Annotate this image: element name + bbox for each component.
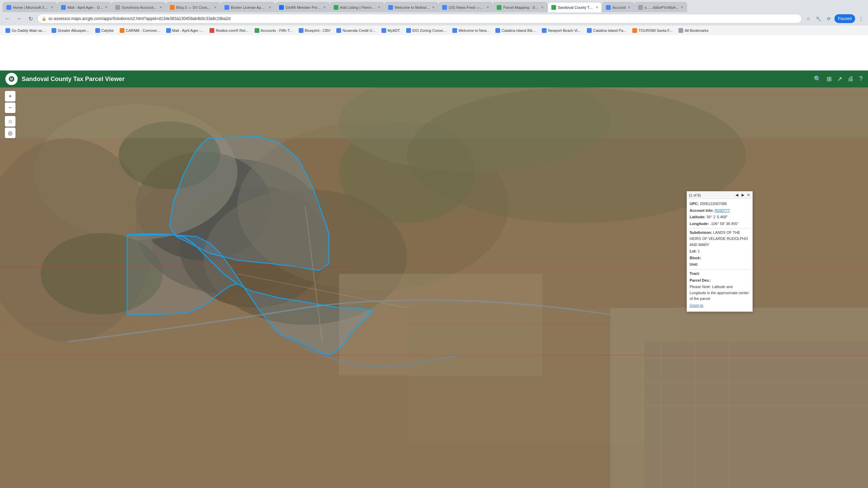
menu-icon[interactable]: ⋮ [856, 14, 865, 23]
popup-prev-button[interactable]: ◀ [734, 192, 739, 198]
popup-subdivision-row: Subdivision: LANDS OF THE HEIRS OF VELAR… [690, 230, 750, 248]
browser-tab-t6[interactable]: GAAR Member Port...× [275, 2, 330, 12]
popup-tract-row: Tract: [690, 271, 750, 277]
bookmark-item[interactable]: MyADT [379, 27, 403, 34]
map-controls: + − ⌂ ◎ [5, 91, 16, 138]
popup-tract-label: Tract: [690, 271, 700, 276]
popup-lot-value: 1 [698, 249, 700, 253]
browser-chrome: Home | Microsoft 365 ...×Mail - April Ag… [0, 0, 868, 35]
app-logo: M [5, 73, 18, 85]
popup-zoom-link[interactable]: Zoom to [690, 303, 703, 307]
popup-account-link[interactable]: R030777 [715, 208, 730, 212]
tab-bar: Home | Microsoft 365 ...×Mail - April Ag… [0, 0, 868, 12]
bookmark-item[interactable]: Newport Beach Vi... [539, 27, 584, 34]
browser-tab-t3[interactable]: Synchrony Account ...× [112, 2, 166, 12]
browser-tab-t5[interactable]: Broker License Appl...× [221, 2, 275, 12]
popup-counter: (1 of 6) [689, 193, 701, 197]
popup-lon-label: Longitude: [690, 222, 709, 226]
forward-button[interactable]: → [14, 14, 24, 23]
popup-zoom-row: Zoom to [690, 303, 750, 309]
bookmark-item[interactable]: Greater Albuquer... [49, 27, 92, 34]
popup-header: (1 of 6) ◀ ▶ ✕ [687, 191, 752, 199]
browser-tab-t9[interactable]: (20) News Feed — M...× [438, 2, 493, 12]
popup-close-button[interactable]: ✕ [747, 192, 750, 198]
browser-tab-t1[interactable]: Home | Microsoft 365 ...× [3, 2, 57, 12]
info-tool-btn[interactable]: ? [859, 75, 863, 83]
popup-lon-row: Longitude: -106° 58' 38.455" [690, 221, 750, 227]
back-button[interactable]: ← [3, 14, 12, 23]
popup-unit-label: Unit: [690, 262, 698, 266]
browser-tab-t8[interactable]: Welcome to Molina'...× [384, 2, 438, 12]
popup-lat-value: 36° 1' 0.468" [707, 215, 728, 219]
popup-divider-2 [690, 269, 750, 269]
popup-upc-value: 2006122067088 [700, 202, 727, 206]
popup-note-text: Please Note: Latitude and Longitude is t… [690, 285, 749, 301]
lock-icon: 🔒 [42, 17, 46, 21]
bookmark-item[interactable]: Realtor.com® Ret... [207, 27, 251, 34]
sync-icon[interactable]: ⟳ [824, 14, 833, 23]
toolbar-icons: ☆ 🔧 ⟳ Paused ⋮ [804, 14, 865, 23]
browser-tab-t2[interactable]: Mail - April Ager - O...× [57, 2, 111, 12]
bookmark-item[interactable]: TOURISM Santa F... [630, 27, 675, 34]
bookmark-item[interactable]: Go Daddy Main ac... [3, 27, 48, 34]
bookmark-item[interactable]: IDO Zoning Conve... [403, 27, 449, 34]
bookmark-icon[interactable]: ☆ [804, 14, 813, 23]
popup-next-button[interactable]: ▶ [741, 192, 745, 198]
bookmark-item[interactable]: Blueprint - CBV [296, 27, 333, 34]
popup-note-row: Please Note: Latitude and Longitude is t… [690, 284, 750, 302]
popup-nav: ◀ ▶ ✕ [734, 192, 750, 198]
popup-unit-row: Unit: [690, 262, 750, 268]
bookmarks-bar: Go Daddy Main ac...Greater Albuquer...Ca… [0, 25, 868, 35]
popup-lot-label: Lot: [690, 249, 697, 253]
zoom-in-button[interactable]: + [5, 91, 16, 102]
popup-content: UPC: 2006122067088 Account Info: R030777… [687, 199, 752, 311]
popup-account-row: Account Info: R030777 [690, 208, 750, 214]
search-tool-btn[interactable]: 🔍 [814, 75, 821, 83]
popup-parceldes-row: Parcel Des.: [690, 278, 750, 284]
address-bar[interactable]: 🔒 sc-assessor.maps.arcgis.com/apps/Solut… [37, 14, 802, 23]
svg-rect-19 [644, 342, 868, 488]
reload-button[interactable]: ↻ [26, 14, 35, 23]
profile-button[interactable]: Paused [834, 14, 855, 23]
popup-block-label: Block: [690, 256, 701, 260]
bookmark-item[interactable]: Catylist [93, 27, 116, 34]
bookmark-item[interactable]: All Bookmarks [676, 27, 711, 34]
extensions-icon[interactable]: 🔧 [814, 14, 823, 23]
bookmark-item[interactable]: Catalina Island Bik... [493, 27, 538, 34]
app-title: Sandoval County Tax Parcel Viewer [22, 76, 124, 83]
popup-divider-1 [690, 228, 750, 228]
browser-tab-t11[interactable]: Sandoval County Ta...× [548, 2, 602, 12]
popup-parceldes-label: Parcel Des.: [690, 278, 711, 282]
address-bar-row: ← → ↻ 🔒 sc-assessor.maps.arcgis.com/apps… [0, 12, 868, 25]
browser-tab-t13[interactable]: x......xbEePVcWp4...× [634, 2, 687, 12]
zoom-out-button[interactable]: − [5, 102, 16, 113]
share-tool-btn[interactable]: ↗ [837, 75, 842, 83]
bookmark-item[interactable]: Mail - April Ager -... [163, 27, 206, 34]
app-header: M Sandoval County Tax Parcel Viewer 🔍 ⊞ … [0, 70, 868, 87]
header-tools: 🔍 ⊞ ↗ 🖨 ? [814, 75, 863, 83]
home-button[interactable]: ⌂ [5, 116, 16, 127]
svg-text:M: M [10, 77, 13, 81]
locate-button[interactable]: ◎ [5, 127, 16, 138]
browser-tab-t10[interactable]: Parcel Mapping - Sa...× [493, 2, 547, 12]
popup-upc-row: UPC: 2006122067088 [690, 201, 750, 207]
popup-block-row: Block: [690, 255, 750, 261]
bookmark-item[interactable]: Accounts - Fifth T... [252, 27, 295, 34]
popup-lot-row: Lot: 1 [690, 248, 750, 255]
browser-tab-t12[interactable]: Account× [602, 2, 634, 12]
popup-upc-label: UPC: [690, 202, 699, 206]
url-text: sc-assessor.maps.arcgis.com/apps/Solutio… [48, 16, 231, 21]
popup-lat-row: Latitude: 36° 1' 0.468" [690, 214, 750, 220]
print-tool-btn[interactable]: 🖨 [848, 75, 854, 83]
map-container[interactable]: M Sandoval County Tax Parcel Viewer 🔍 ⊞ … [0, 70, 868, 488]
popup-lon-value: -106° 58' 38.455" [710, 222, 738, 226]
popup-lat-label: Latitude: [690, 215, 705, 219]
bookmark-item[interactable]: Nusenda Credit U... [334, 27, 378, 34]
popup-panel: (1 of 6) ◀ ▶ ✕ UPC: 2006122067088 Accoun… [687, 191, 753, 312]
bookmark-item[interactable]: Welcome to New... [450, 27, 492, 34]
bookmark-item[interactable]: CARNM - Commer... [117, 27, 163, 34]
browser-tab-t4[interactable]: Blog 3 — SV Consul...× [166, 2, 220, 12]
browser-tab-t7[interactable]: Add Listing | Flexmls...× [330, 2, 384, 12]
bookmark-item[interactable]: Catalina Island Pa... [584, 27, 629, 34]
apps-tool-btn[interactable]: ⊞ [827, 75, 832, 83]
